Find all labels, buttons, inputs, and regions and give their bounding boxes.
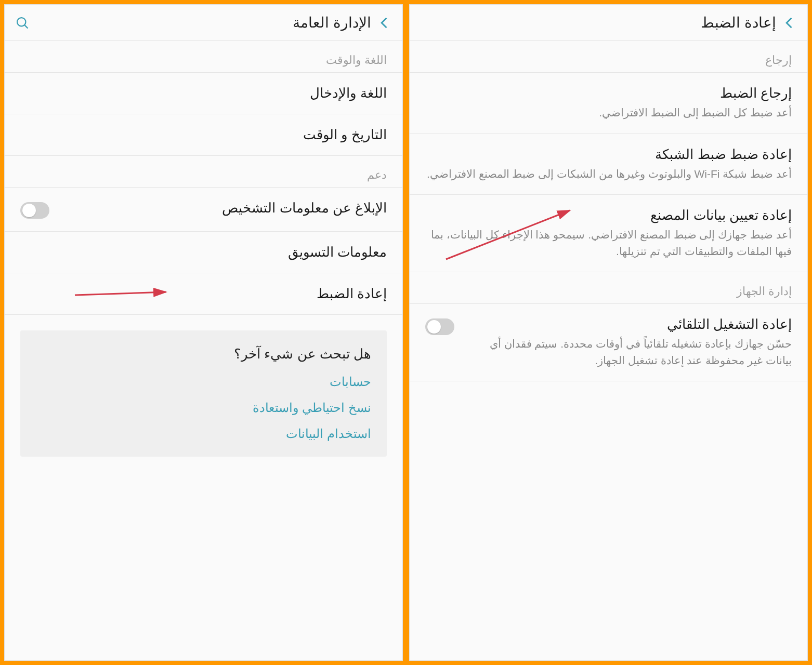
section-restore: إرجاع — [410, 41, 807, 73]
item-label: التاريخ و الوقت — [20, 127, 387, 143]
suggestions-box: هل تبحث عن شيء آخر؟ حسابات نسخ احتياطي و… — [20, 330, 387, 457]
content: اللغة والوقت اللغة والإدخال التاريخ و ال… — [5, 41, 402, 660]
item-label: معلومات التسويق — [20, 244, 387, 260]
item-label: إعادة الضبط — [20, 286, 387, 302]
item-label: اللغة والإدخال — [20, 85, 387, 101]
item-description: حسّن جهازك بإعادة تشغيله تلقائياً في أوق… — [465, 336, 792, 368]
back-icon[interactable] — [782, 16, 797, 30]
item-reset-settings[interactable]: إرجاع الضبط أعد ضبط كل الضبط إلى الضبط ا… — [410, 73, 807, 134]
panel-reset: إعادة الضبط إرجاع إرجاع الضبط أعد ضبط كل… — [409, 4, 808, 661]
item-description: أعد ضبط شبكة Wi-Fi والبلوتوث وغيرها من ا… — [425, 166, 792, 182]
suggestion-backup[interactable]: نسخ احتياطي واستعادة — [36, 401, 371, 415]
item-description: أعد ضبط كل الضبط إلى الضبط الافتراضي. — [425, 104, 792, 121]
page-title: إعادة الضبط — [420, 14, 776, 31]
svg-line-1 — [25, 25, 28, 28]
item-reset-network[interactable]: إعادة ضبط ضبط الشبكة أعد ضبط شبكة Wi-Fi … — [410, 134, 807, 195]
section-language-time: اللغة والوقت — [5, 41, 402, 73]
item-description: أعد ضبط جهازك إلى ضبط المصنع الافتراضي. … — [425, 227, 792, 259]
item-date-time[interactable]: التاريخ و الوقت — [5, 114, 402, 156]
item-label: إعادة تعيين بيانات المصنع — [425, 207, 792, 223]
section-device-management: إدارة الجهاز — [410, 272, 807, 304]
item-label: إعادة ضبط ضبط الشبكة — [425, 147, 792, 163]
toggle-auto-restart[interactable] — [425, 318, 454, 335]
page-title: الإدارة العامة — [30, 14, 371, 31]
section-support: دعم — [5, 156, 402, 188]
content: إرجاع إرجاع الضبط أعد ضبط كل الضبط إلى ا… — [410, 41, 807, 660]
svg-point-0 — [17, 18, 25, 26]
search-icon[interactable] — [15, 16, 30, 30]
toggle-diagnostics[interactable] — [20, 202, 49, 219]
suggestions-title: هل تبحث عن شيء آخر؟ — [36, 346, 371, 362]
back-icon[interactable] — [377, 16, 392, 30]
item-marketing[interactable]: معلومات التسويق — [5, 232, 402, 273]
item-label: إرجاع الضبط — [425, 85, 792, 101]
item-factory-reset[interactable]: إعادة تعيين بيانات المصنع أعد ضبط جهازك … — [410, 195, 807, 272]
header: الإدارة العامة — [5, 5, 402, 41]
header: إعادة الضبط — [410, 5, 807, 41]
item-label: إعادة التشغيل التلقائي — [465, 316, 792, 332]
suggestion-data-usage[interactable]: استخدام البيانات — [36, 427, 371, 441]
panel-general-management: الإدارة العامة اللغة والوقت اللغة والإدخ… — [4, 4, 403, 661]
item-label: الإبلاغ عن معلومات التشخيص — [60, 200, 387, 216]
item-reset[interactable]: إعادة الضبط — [5, 273, 402, 315]
item-language-input[interactable]: اللغة والإدخال — [5, 73, 402, 114]
suggestion-accounts[interactable]: حسابات — [36, 375, 371, 389]
item-diagnostics[interactable]: الإبلاغ عن معلومات التشخيص — [5, 188, 402, 232]
item-auto-restart[interactable]: إعادة التشغيل التلقائي حسّن جهازك بإعادة… — [410, 304, 807, 381]
